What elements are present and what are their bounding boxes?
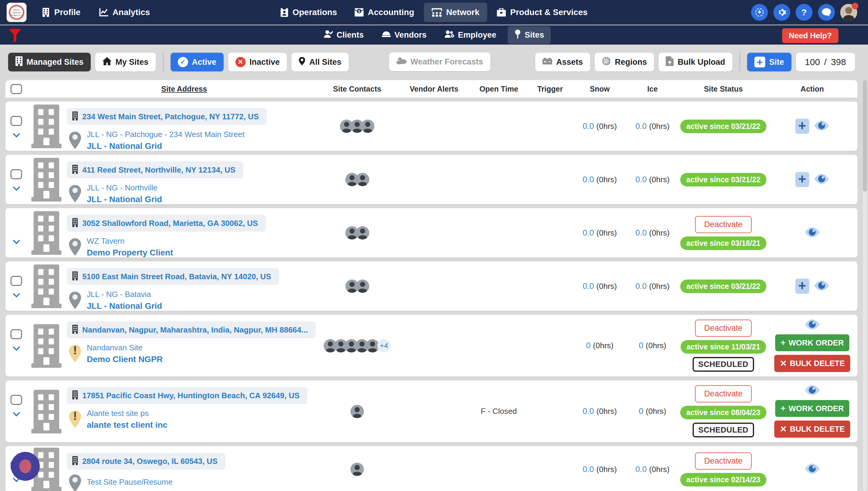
contact-avatar[interactable] — [351, 405, 364, 418]
contacts-group[interactable] — [340, 120, 374, 133]
help-button[interactable]: ? — [796, 4, 813, 21]
nav-analytics[interactable]: Analytics — [91, 3, 158, 22]
subnav-clients[interactable]: Clients — [317, 27, 370, 44]
my-sites-button[interactable]: My Sites — [95, 53, 156, 71]
contact-avatar[interactable] — [356, 173, 369, 186]
location-pin-icon: ! — [69, 185, 81, 202]
weather-forecasts-button[interactable]: Weather Forecasts — [389, 52, 491, 71]
select-all-checkbox[interactable] — [10, 84, 22, 94]
contact-avatar[interactable] — [356, 226, 369, 239]
chevron-down-icon[interactable] — [13, 237, 20, 244]
eye-view-button[interactable] — [814, 281, 830, 292]
contact-avatar[interactable] — [356, 280, 369, 293]
company-logo[interactable]: Demo Service Broker LLC — [7, 3, 27, 22]
eye-view-button[interactable] — [804, 464, 820, 475]
contacts-group[interactable] — [351, 463, 364, 476]
snow-cell: 0.0(0hrs) — [574, 446, 625, 491]
chevron-down-icon[interactable] — [13, 183, 20, 191]
nav-operations[interactable]: Operations — [273, 3, 345, 22]
contacts-group[interactable]: +4 — [324, 339, 391, 352]
site-address-link[interactable]: 5100 East Main Street Road, Batavia, NY … — [67, 268, 279, 285]
settings-button[interactable] — [773, 4, 790, 21]
add-action-button[interactable]: + — [795, 279, 809, 294]
client-name-link[interactable]: JLL - National Grid — [87, 141, 245, 151]
contact-avatar[interactable] — [351, 463, 364, 476]
site-name-link[interactable]: JLL - NG - Northville — [87, 183, 162, 193]
work-order-button[interactable]: + WORK ORDER — [775, 335, 849, 351]
open-time-cell — [472, 261, 526, 311]
chevron-down-icon[interactable] — [13, 290, 20, 297]
deactivate-button[interactable]: Deactivate — [695, 385, 752, 402]
active-filter-button[interactable]: ✓ Active — [171, 53, 224, 71]
row-checkbox[interactable] — [10, 395, 22, 405]
site-address-link[interactable]: 234 West Main Street, Patchogue, NY 1177… — [67, 108, 267, 125]
subnav-sites[interactable]: Sites — [508, 26, 551, 44]
bulk-delete-button[interactable]: ✕ BULK DELETE — [774, 421, 850, 438]
nav-profile[interactable]: Profile — [34, 3, 88, 22]
site-name-link[interactable]: Test Site Pause/Resume — [87, 478, 173, 487]
deactivate-button[interactable]: Deactivate — [695, 453, 752, 470]
work-order-button[interactable]: + WORK ORDER — [775, 400, 849, 417]
row-checkbox[interactable] — [10, 116, 22, 126]
contacts-group[interactable] — [345, 280, 369, 293]
eye-view-button[interactable] — [804, 385, 820, 397]
eye-view-button[interactable] — [804, 227, 820, 238]
add-site-button[interactable]: + Site — [747, 53, 791, 71]
add-action-button[interactable]: + — [795, 119, 809, 134]
site-name-link[interactable]: JLL - NG - Batavia — [87, 290, 162, 299]
site-name-link[interactable]: Alante test site ps — [87, 409, 168, 418]
client-name-link[interactable]: Demo Property Client — [87, 248, 173, 258]
inactive-filter-button[interactable]: ✕ Inactive — [228, 53, 287, 71]
bulk-upload-button[interactable]: Bulk Upload — [659, 53, 732, 71]
managed-sites-button[interactable]: Managed Sites — [8, 53, 91, 71]
nav-network[interactable]: Network — [424, 3, 487, 22]
all-sites-button[interactable]: All Sites — [291, 53, 349, 71]
contact-avatar[interactable] — [361, 120, 374, 133]
regions-button[interactable]: Regions — [595, 53, 654, 71]
employee-group-icon — [445, 30, 454, 40]
eye-view-button[interactable] — [804, 319, 820, 331]
extra-contacts-badge[interactable]: +4 — [377, 339, 391, 352]
chevron-down-icon[interactable] — [13, 409, 20, 416]
eye-view-button[interactable] — [814, 120, 830, 132]
filter-funnel-icon[interactable] — [9, 29, 21, 44]
row-checkbox[interactable] — [10, 169, 22, 179]
assets-button[interactable]: Assets — [535, 53, 590, 71]
vertical-scrollbar[interactable] — [863, 80, 867, 491]
chevron-down-icon[interactable] — [13, 343, 20, 351]
site-address-link[interactable]: Nandanvan, Nagpur, Maharashtra, India, N… — [67, 321, 315, 338]
site-name-link[interactable]: Nandanvan Site — [87, 343, 163, 352]
chat-button[interactable] — [818, 4, 835, 21]
chevron-down-icon[interactable] — [13, 130, 20, 137]
contacts-group[interactable] — [351, 405, 364, 418]
nav-products[interactable]: Product & Services — [489, 3, 595, 22]
user-avatar[interactable] — [840, 4, 857, 21]
download-button[interactable] — [751, 4, 768, 21]
bulk-delete-button[interactable]: ✕ BULK DELETE — [774, 355, 850, 372]
nav-accounting[interactable]: $ Accounting — [346, 3, 422, 22]
client-name-link[interactable]: alante test client inc — [87, 420, 168, 430]
scrollbar-thumb[interactable] — [863, 80, 867, 192]
subnav-employee[interactable]: Employee — [438, 27, 503, 44]
site-address-link[interactable]: 2804 route 34, Oswego, IL 60543, US — [67, 453, 225, 470]
deactivate-button[interactable]: Deactivate — [695, 216, 752, 233]
eye-view-button[interactable] — [814, 174, 830, 185]
contacts-group[interactable] — [345, 173, 369, 186]
site-name-link[interactable]: JLL - NG - Patchogue - 234 West Main Str… — [87, 130, 245, 139]
client-name-link[interactable]: JLL - National Grid — [87, 301, 162, 311]
site-address-link[interactable]: 3052 Shallowford Road, Marietta, GA 3006… — [67, 215, 266, 232]
site-address-link[interactable]: 17851 Pacific Coast Hwy, Huntington Beac… — [67, 387, 307, 404]
row-checkbox[interactable] — [10, 276, 22, 286]
client-name-link[interactable]: JLL - National Grid — [87, 195, 162, 204]
subnav-vendors[interactable]: Vendors — [375, 27, 433, 43]
client-name-link[interactable]: Demo Client NGPR — [87, 354, 163, 364]
need-help-button[interactable]: Need Help? — [782, 28, 838, 43]
header-site-address[interactable]: Site Address — [63, 85, 318, 93]
add-action-button[interactable]: + — [795, 172, 809, 187]
site-name-link[interactable]: WZ Tavern — [87, 236, 173, 246]
site-address-link[interactable]: 411 Reed Street, Northville, NY 12134, U… — [67, 162, 243, 178]
row-checkbox[interactable] — [10, 329, 22, 339]
deactivate-button[interactable]: Deactivate — [695, 320, 752, 337]
chat-launcher-button[interactable] — [11, 452, 40, 481]
contacts-group[interactable] — [345, 226, 369, 239]
